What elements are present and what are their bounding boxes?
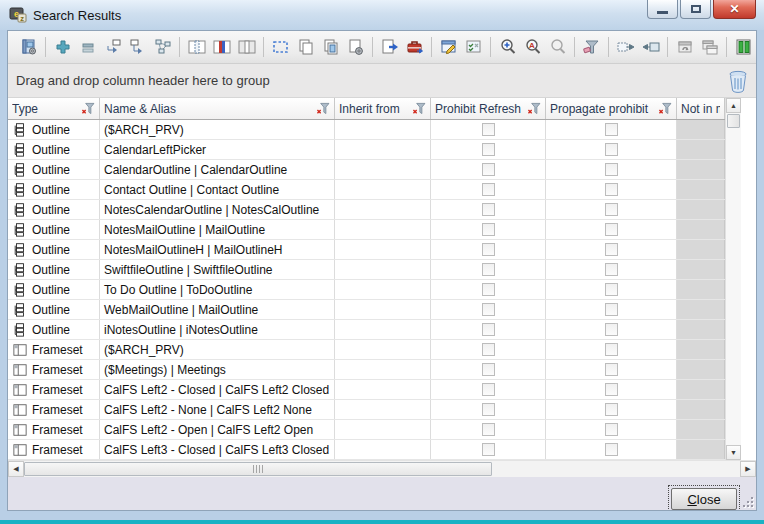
- inherit-from-cell[interactable]: [335, 220, 431, 239]
- table-row[interactable]: OutlineCalendarOutline | CalendarOutline: [8, 160, 725, 180]
- propagate-prohibit-checkbox[interactable]: [605, 423, 618, 436]
- prohibit-refresh-cell[interactable]: [431, 240, 546, 259]
- inherit-from-cell[interactable]: [335, 420, 431, 439]
- copy-window-button[interactable]: [697, 35, 722, 60]
- import-toolbox-button[interactable]: [402, 35, 427, 60]
- name-alias-cell[interactable]: NotesMailOutline | MailOutline: [100, 220, 335, 239]
- prohibit-refresh-cell[interactable]: [431, 380, 546, 399]
- trash-icon[interactable]: [728, 69, 748, 93]
- vertical-scroll-thumb[interactable]: [727, 114, 740, 128]
- close-window-button[interactable]: ✕: [713, 0, 756, 19]
- inherit-from-cell[interactable]: [335, 280, 431, 299]
- inherit-from-cell[interactable]: [335, 180, 431, 199]
- type-cell[interactable]: Outline: [8, 140, 100, 159]
- prohibit-refresh-checkbox[interactable]: [482, 423, 495, 436]
- not-in-menu-cell[interactable]: [677, 120, 725, 139]
- name-alias-cell[interactable]: CalendarLeftPicker: [100, 140, 335, 159]
- table-row[interactable]: OutlineWebMailOutline | MailOutline: [8, 300, 725, 320]
- promote-entry-button[interactable]: [100, 35, 125, 60]
- not-in-menu-cell[interactable]: [677, 300, 725, 319]
- prohibit-refresh-checkbox[interactable]: [482, 263, 495, 276]
- table-row[interactable]: OutlineContact Outline | Contact Outline: [8, 180, 725, 200]
- type-cell[interactable]: Outline: [8, 280, 100, 299]
- prohibit-refresh-checkbox[interactable]: [482, 223, 495, 236]
- horizontal-scroll-track[interactable]: [492, 461, 740, 477]
- prohibit-refresh-checkbox[interactable]: [482, 203, 495, 216]
- table-row[interactable]: FramesetCalFS Left2 - Open | CalFS Left2…: [8, 420, 725, 440]
- propagate-prohibit-cell[interactable]: [546, 240, 677, 259]
- not-in-menu-cell[interactable]: [677, 240, 725, 259]
- show-columns-button[interactable]: [731, 35, 756, 60]
- type-cell[interactable]: Outline: [8, 200, 100, 219]
- prohibit-refresh-cell[interactable]: [431, 440, 546, 459]
- column-header-prohibit-refresh[interactable]: Prohibit Refresh: [431, 98, 546, 119]
- propagate-prohibit-checkbox[interactable]: [605, 343, 618, 356]
- name-alias-cell[interactable]: ($ARCH_PRV): [100, 340, 335, 359]
- table-row[interactable]: Frameset($ARCH_PRV): [8, 340, 725, 360]
- group-by-drop-zone[interactable]: Drag and drop column header here to grou…: [8, 64, 756, 98]
- not-in-menu-cell[interactable]: [677, 400, 725, 419]
- propagate-prohibit-cell[interactable]: [546, 120, 677, 139]
- table-row[interactable]: OutlineCalendarLeftPicker: [8, 140, 725, 160]
- inherit-from-cell[interactable]: [335, 200, 431, 219]
- not-in-menu-cell[interactable]: [677, 180, 725, 199]
- propagate-prohibit-cell[interactable]: [546, 360, 677, 379]
- prohibit-refresh-checkbox[interactable]: [482, 303, 495, 316]
- type-cell[interactable]: Frameset: [8, 440, 100, 459]
- propagate-prohibit-checkbox[interactable]: [605, 323, 618, 336]
- edit-window-button[interactable]: [436, 35, 461, 60]
- inherit-from-cell[interactable]: [335, 340, 431, 359]
- propagate-prohibit-checkbox[interactable]: [605, 263, 618, 276]
- not-in-menu-cell[interactable]: [677, 440, 725, 459]
- column-header-not-in-m[interactable]: Not in m: [677, 98, 725, 119]
- column-header-inherit-from[interactable]: Inherit from: [335, 98, 431, 119]
- prohibit-refresh-cell[interactable]: [431, 120, 546, 139]
- scroll-left-button[interactable]: ◀: [8, 461, 24, 477]
- table-row[interactable]: OutlineTo Do Outline | ToDoOutline: [8, 280, 725, 300]
- inherit-from-cell[interactable]: [335, 160, 431, 179]
- type-cell[interactable]: Outline: [8, 120, 100, 139]
- not-in-menu-cell[interactable]: [677, 360, 725, 379]
- propagate-prohibit-checkbox[interactable]: [605, 183, 618, 196]
- table-row[interactable]: Frameset($Meetings) | Meetings: [8, 360, 725, 380]
- propagate-prohibit-cell[interactable]: [546, 340, 677, 359]
- prohibit-refresh-cell[interactable]: [431, 220, 546, 239]
- table-row[interactable]: OutlineNotesCalendarOutline | NotesCalOu…: [8, 200, 725, 220]
- propagate-prohibit-cell[interactable]: [546, 220, 677, 239]
- name-alias-cell[interactable]: CalFS Left3 - Closed | CalFS Left3 Close…: [100, 440, 335, 459]
- propagate-prohibit-cell[interactable]: [546, 400, 677, 419]
- table-row[interactable]: OutlineNotesMailOutline | MailOutline: [8, 220, 725, 240]
- name-alias-cell[interactable]: CalendarOutline | CalendarOutline: [100, 160, 335, 179]
- propagate-prohibit-cell[interactable]: [546, 380, 677, 399]
- link-nodes-button[interactable]: [150, 35, 175, 60]
- propagate-prohibit-checkbox[interactable]: [605, 403, 618, 416]
- type-cell[interactable]: Frameset: [8, 360, 100, 379]
- table-row[interactable]: OutlineiNotesOutline | iNotesOutline: [8, 320, 725, 340]
- prohibit-refresh-checkbox[interactable]: [482, 163, 495, 176]
- prohibit-refresh-cell[interactable]: [431, 360, 546, 379]
- propagate-prohibit-cell[interactable]: [546, 260, 677, 279]
- prohibit-refresh-checkbox[interactable]: [482, 243, 495, 256]
- clear-filter-button[interactable]: [579, 35, 604, 60]
- name-alias-cell[interactable]: NotesCalendarOutline | NotesCalOutline: [100, 200, 335, 219]
- type-cell[interactable]: Outline: [8, 260, 100, 279]
- inherit-from-cell[interactable]: [335, 140, 431, 159]
- filter-icon[interactable]: [81, 102, 95, 115]
- propagate-prohibit-checkbox[interactable]: [605, 243, 618, 256]
- not-in-menu-cell[interactable]: [677, 220, 725, 239]
- prohibit-refresh-checkbox[interactable]: [482, 283, 495, 296]
- prohibit-refresh-cell[interactable]: [431, 160, 546, 179]
- prohibit-refresh-cell[interactable]: [431, 140, 546, 159]
- name-alias-cell[interactable]: SwiftfileOutline | SwiftfileOutline: [100, 260, 335, 279]
- type-cell[interactable]: Frameset: [8, 340, 100, 359]
- checkbox-window-button[interactable]: [461, 35, 486, 60]
- column-header-name-alias[interactable]: Name & Alias: [100, 98, 335, 119]
- prohibit-refresh-checkbox[interactable]: [482, 443, 495, 456]
- columns-button[interactable]: [234, 35, 259, 60]
- properties-book-button[interactable]: [16, 35, 41, 60]
- table-row[interactable]: OutlineSwiftfileOutline | SwiftfileOutli…: [8, 260, 725, 280]
- inherit-from-cell[interactable]: [335, 320, 431, 339]
- propagate-prohibit-checkbox[interactable]: [605, 223, 618, 236]
- table-row[interactable]: FramesetCalFS Left3 - Closed | CalFS Lef…: [8, 440, 725, 460]
- prohibit-refresh-checkbox[interactable]: [482, 343, 495, 356]
